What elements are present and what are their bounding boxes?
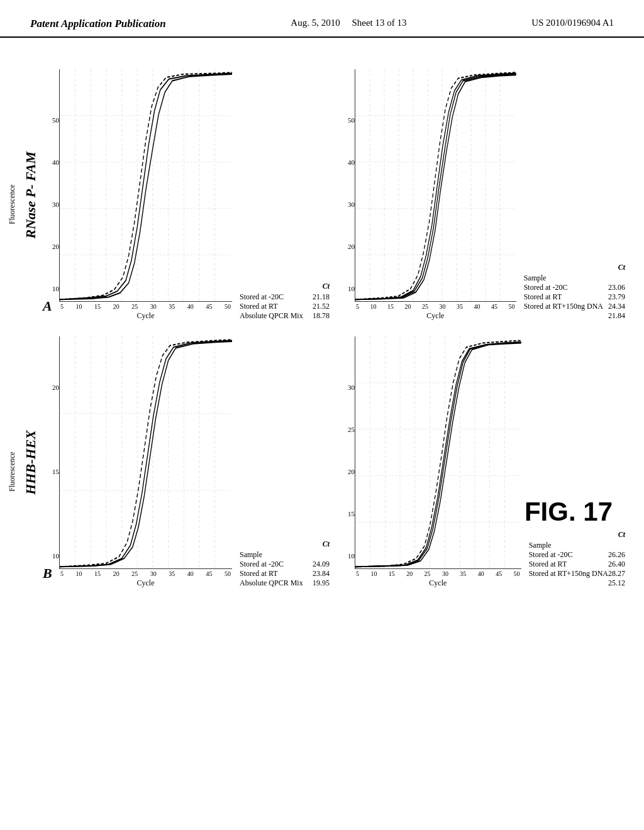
publication-title: Patent Application Publication [30, 18, 166, 30]
x-axis-a-right: 5 10 15 20 25 30 35 40 45 50 [355, 302, 516, 310]
chart-b-right-plot [355, 336, 521, 569]
x-axis-b-right: 5 10 15 20 25 30 35 40 45 50 [355, 569, 521, 577]
row-b: HHB-HEX 10 15 20 Fluorescence [19, 336, 625, 588]
chart-b-right-svg [355, 336, 521, 568]
y-axis-b-left: 10 15 20 Fluorescence [40, 384, 59, 560]
main-content: FIG. 17 RNase P- FAM 10 20 30 40 50 Fluo… [0, 38, 644, 817]
legend-b-left: Ct Sample Stored at -20C 24.09 Stored at… [232, 527, 330, 588]
chart-b-right-plot-area: 5 10 15 20 25 30 35 40 45 50 Cycle [355, 336, 521, 588]
chart-a-left-container: 10 20 30 40 50 Fluorescence [40, 69, 330, 321]
chart-a-right-plot [355, 69, 516, 302]
chart-a-left-plot-area: 5 10 15 20 25 30 35 40 45 50 Cycle [59, 69, 232, 321]
row-letter-a: A [43, 298, 52, 314]
x-label-b-right: Cycle [355, 578, 521, 588]
chart-b-left-plot [59, 336, 232, 569]
x-axis-b-left: 5 10 15 20 25 30 35 40 45 50 [59, 569, 232, 577]
chart-b-left-plot-area: 5 10 15 20 25 30 35 40 45 50 Cycle [59, 336, 232, 588]
chart-a-right-plot-area: 5 10 15 20 25 30 35 40 45 50 Cycle [355, 69, 516, 321]
chart-a-left-plot [59, 69, 232, 302]
chart-b-right-container: 10 15 20 25 30 [336, 336, 625, 588]
chart-a-right-container: 10 20 30 40 50 [336, 69, 625, 321]
x-label-a-right: Cycle [355, 311, 516, 321]
row-a: RNase P- FAM 10 20 30 40 50 Fluorescence [19, 69, 625, 321]
chart-a-right-svg [355, 69, 516, 301]
publication-number: US 2010/0196904 A1 [531, 18, 614, 28]
y-axis-a-left: 10 20 30 40 50 Fluorescence [40, 116, 59, 292]
x-label-a-left: Cycle [59, 311, 232, 321]
row-letter-b: B [43, 565, 52, 582]
publication-date: Aug. 5, 2010 Sheet 13 of 13 [291, 18, 406, 28]
page-header: Patent Application Publication Aug. 5, 2… [0, 0, 644, 38]
y-axis-b-right: 10 15 20 25 30 [336, 384, 355, 560]
chart-a-left-svg [60, 69, 232, 301]
y-axis-label-b-left: Fluorescence [8, 451, 17, 491]
legend-a-left: Ct Stored at -20C 21.18 Stored at RT 21.… [232, 269, 330, 321]
chart-b-left-container: 10 15 20 Fluorescence [40, 336, 330, 588]
x-label-b-left: Cycle [59, 578, 232, 588]
legend-b-right: Ct Sample Stored at -20C 26.26 Stored at… [521, 517, 625, 588]
chart-b-left-svg [60, 336, 232, 568]
y-axis-a-right: 10 20 30 40 50 [336, 116, 355, 292]
section-label-hhb: HHB-HEX [19, 430, 39, 495]
section-label-rnase: RNase P- FAM [19, 152, 39, 239]
y-axis-label-a-left: Fluorescence [8, 184, 17, 224]
legend-a-right: Ct Sample Stored at -20C 23.06 Stored at… [516, 250, 625, 321]
x-axis-a-left: 5 10 15 20 25 30 35 40 45 50 [59, 302, 232, 310]
